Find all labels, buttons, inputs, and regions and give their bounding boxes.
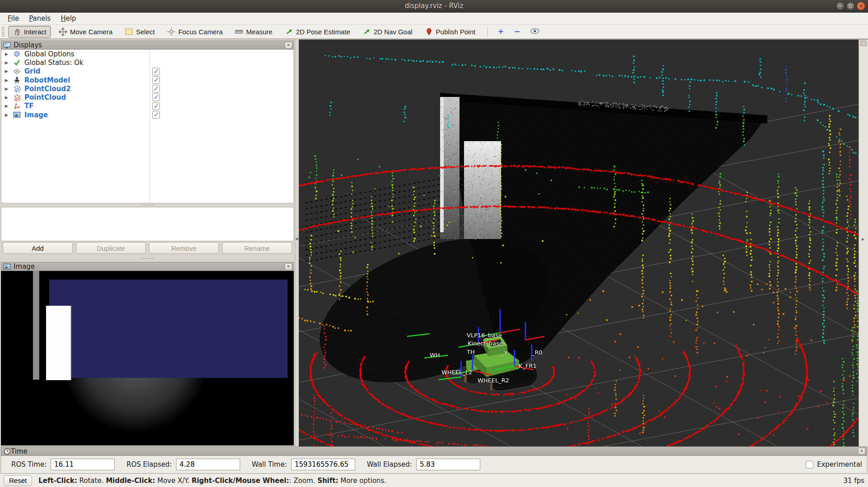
close-button[interactable]: ✕ bbox=[857, 2, 865, 10]
menu-panels[interactable]: Panels bbox=[24, 13, 56, 24]
tree-row-grid[interactable]: ▶ Grid bbox=[1, 67, 293, 76]
dock-splitter-left[interactable]: ◀ bbox=[295, 39, 299, 446]
ruler-icon bbox=[235, 28, 243, 36]
collapse-left-icon[interactable]: ◀ bbox=[295, 237, 298, 241]
tf-frame-label: WHEEL_R2 bbox=[478, 377, 509, 384]
dock-mini-button[interactable] bbox=[860, 41, 867, 46]
menu-help[interactable]: Help bbox=[56, 13, 81, 24]
image-panel-title: Image bbox=[14, 262, 35, 271]
toolbar: InteractMove CameraSelectFocus CameraMea… bbox=[0, 25, 868, 39]
tree-row-robotmodel[interactable]: ▶ RobotModel bbox=[1, 76, 293, 84]
toolbar-separator bbox=[487, 27, 488, 37]
tree-splitter[interactable] bbox=[1, 203, 294, 207]
wall-elapsed-label: Wall Elapsed: bbox=[367, 460, 412, 469]
expander-icon[interactable]: ▶ bbox=[5, 78, 10, 83]
image-close-button[interactable]: ✕ bbox=[285, 263, 292, 270]
remove-tool-button[interactable]: − bbox=[509, 27, 525, 36]
tree-row-pointcloud[interactable]: ▶ PointCloud bbox=[1, 93, 293, 101]
eye-icon[interactable] bbox=[525, 28, 544, 36]
ros-time-field[interactable] bbox=[51, 459, 115, 470]
expander-icon[interactable]: ▶ bbox=[5, 113, 10, 117]
tool-focus-camera[interactable]: Focus Camera bbox=[162, 26, 227, 38]
time-close-button[interactable]: ✕ bbox=[858, 448, 865, 455]
maximize-button[interactable] bbox=[846, 2, 855, 10]
time-panel-header: Time ✕ bbox=[1, 446, 867, 456]
3d-viewport[interactable]: VLP16_baseKinect_baseTH_Y_R0K_FR1WHEEL_L… bbox=[299, 39, 859, 446]
duplicate-display-button[interactable]: Duplicate bbox=[76, 242, 146, 254]
gear-icon bbox=[13, 50, 21, 58]
toolbar-grip[interactable] bbox=[2, 27, 5, 37]
expander-icon[interactable]: ▶ bbox=[5, 95, 10, 100]
add-display-button[interactable]: Add bbox=[3, 242, 73, 254]
enabled-checkbox[interactable] bbox=[152, 93, 160, 101]
enabled-checkbox[interactable] bbox=[152, 102, 160, 110]
grid-icon bbox=[13, 68, 21, 75]
image-white-box bbox=[46, 306, 71, 380]
add-tool-button[interactable]: + bbox=[492, 27, 509, 36]
display-name: Image bbox=[24, 111, 48, 119]
enabled-checkbox[interactable] bbox=[152, 85, 160, 92]
experimental-checkbox[interactable] bbox=[806, 461, 813, 469]
display-name: Global Status: Ok bbox=[24, 59, 84, 67]
menubar: FilePanelsHelp bbox=[0, 13, 868, 25]
tool-2d-pose-estimate[interactable]: 2D Pose Estimate bbox=[280, 26, 355, 38]
displays-tree: ▶ Global Options ▶ Global Status: Ok ▶ G… bbox=[1, 50, 294, 203]
display-name: TF bbox=[24, 102, 33, 110]
left-dock: Displays ✕ ▶ Global Options ▶ Global Sta… bbox=[0, 39, 295, 446]
tool-interact[interactable]: Interact bbox=[8, 26, 51, 38]
display-name: RobotModel bbox=[24, 76, 70, 84]
displays-close-button[interactable]: ✕ bbox=[285, 42, 292, 49]
collapse-right-icon[interactable]: ▶ bbox=[862, 237, 864, 241]
clock-icon bbox=[4, 448, 11, 455]
time-fields: ROS Time: ROS Elapsed: Wall Time: Wall E… bbox=[1, 456, 867, 473]
panel-splitter-handle[interactable] bbox=[1, 255, 294, 262]
tool-publish-point[interactable]: Publish Point bbox=[420, 26, 480, 38]
expander-icon[interactable]: ▶ bbox=[5, 60, 10, 65]
tree-row-global-status-ok[interactable]: ▶ Global Status: Ok bbox=[1, 58, 293, 67]
tree-row-pointcloud2[interactable]: ▶ PointCloud2 bbox=[1, 84, 293, 93]
tf-frame-label: Kinect_base bbox=[468, 340, 503, 347]
tool-move-camera[interactable]: Move Camera bbox=[54, 26, 117, 38]
tool-2d-nav-goal[interactable]: 2D Nav Goal bbox=[358, 26, 417, 38]
tree-row-global-options[interactable]: ▶ Global Options bbox=[1, 50, 293, 58]
tree-row-tf[interactable]: ▶ TF bbox=[1, 102, 293, 110]
displays-button-row: AddDuplicateRemoveRename bbox=[1, 241, 294, 255]
menu-file[interactable]: File bbox=[3, 13, 24, 24]
expander-icon[interactable]: ▶ bbox=[5, 87, 10, 91]
hand-icon bbox=[13, 28, 21, 36]
expander-icon[interactable]: ▶ bbox=[5, 69, 10, 74]
displays-panel-header: Displays ✕ bbox=[1, 41, 294, 50]
tf-frame-label: WHEEL_L2 bbox=[441, 369, 472, 376]
image-icon bbox=[13, 111, 21, 119]
ros-elapsed-label: ROS Elapsed: bbox=[126, 460, 172, 469]
ros-elapsed-field[interactable] bbox=[176, 459, 240, 470]
ros-time-label: ROS Time: bbox=[11, 460, 46, 469]
robot-icon bbox=[13, 76, 21, 84]
wall-elapsed-field[interactable] bbox=[416, 459, 480, 470]
tf-frame-label: WH bbox=[430, 352, 440, 358]
camera-image-view bbox=[1, 271, 294, 446]
tf-frame-label: VLP16_base bbox=[467, 332, 502, 339]
expander-icon[interactable]: ▶ bbox=[5, 104, 10, 108]
reset-button[interactable]: Reset bbox=[4, 475, 32, 486]
tree-row-image[interactable]: ▶ Image bbox=[1, 110, 293, 119]
3d-scene-canvas[interactable] bbox=[299, 40, 859, 446]
image-blue-region bbox=[49, 280, 288, 378]
display-description-area bbox=[1, 207, 294, 241]
enabled-checkbox[interactable] bbox=[152, 68, 160, 75]
enabled-checkbox[interactable] bbox=[152, 76, 160, 84]
dock-splitter-right[interactable]: ▶ bbox=[859, 39, 868, 446]
green-arrow-icon bbox=[285, 28, 293, 36]
mouse-help-text: Left-Click: Rotate. Middle-Click: Move X… bbox=[38, 477, 386, 485]
expander-icon[interactable]: ▶ bbox=[5, 52, 10, 56]
enabled-checkbox[interactable] bbox=[152, 111, 160, 119]
tool-measure[interactable]: Measure bbox=[230, 26, 277, 38]
time-panel-title: Time bbox=[11, 447, 28, 455]
rename-display-button[interactable]: Rename bbox=[222, 242, 292, 254]
time-panel: Time ✕ ROS Time: ROS Elapsed: Wall Time:… bbox=[1, 446, 867, 473]
minimize-button[interactable]: ─ bbox=[836, 2, 845, 10]
remove-display-button[interactable]: Remove bbox=[149, 242, 219, 254]
wall-time-field[interactable] bbox=[291, 459, 355, 470]
tool-select[interactable]: Select bbox=[120, 26, 159, 38]
display-name: PointCloud bbox=[24, 93, 66, 101]
